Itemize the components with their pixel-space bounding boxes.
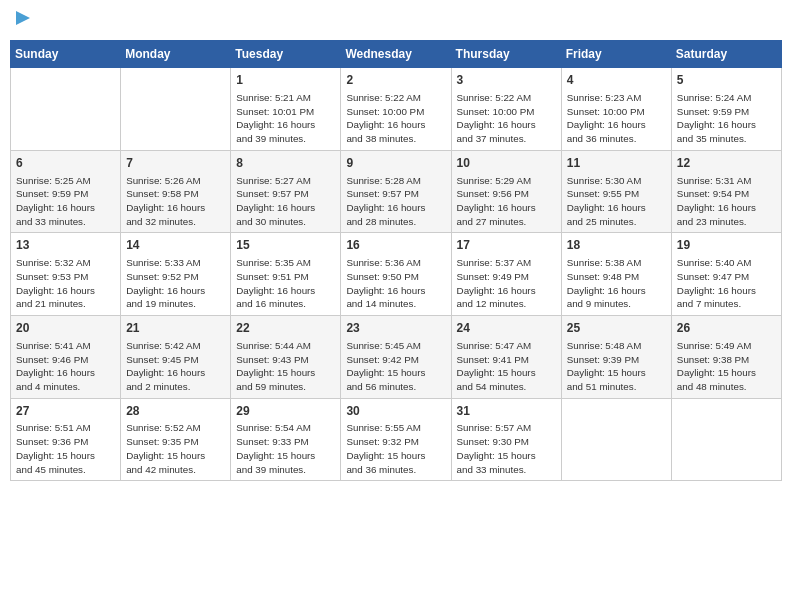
calendar-cell: 17Sunrise: 5:37 AM Sunset: 9:49 PM Dayli… (451, 233, 561, 316)
calendar-cell: 9Sunrise: 5:28 AM Sunset: 9:57 PM Daylig… (341, 150, 451, 233)
day-number: 22 (236, 320, 335, 337)
day-number: 6 (16, 155, 115, 172)
calendar-header-row: SundayMondayTuesdayWednesdayThursdayFrid… (11, 41, 782, 68)
day-number: 23 (346, 320, 445, 337)
calendar-cell: 15Sunrise: 5:35 AM Sunset: 9:51 PM Dayli… (231, 233, 341, 316)
day-info: Sunrise: 5:32 AM Sunset: 9:53 PM Dayligh… (16, 256, 115, 311)
calendar-cell: 2Sunrise: 5:22 AM Sunset: 10:00 PM Dayli… (341, 68, 451, 151)
calendar-cell (11, 68, 121, 151)
calendar-cell: 12Sunrise: 5:31 AM Sunset: 9:54 PM Dayli… (671, 150, 781, 233)
day-info: Sunrise: 5:24 AM Sunset: 9:59 PM Dayligh… (677, 91, 776, 146)
calendar-cell: 14Sunrise: 5:33 AM Sunset: 9:52 PM Dayli… (121, 233, 231, 316)
calendar-cell: 13Sunrise: 5:32 AM Sunset: 9:53 PM Dayli… (11, 233, 121, 316)
day-info: Sunrise: 5:22 AM Sunset: 10:00 PM Daylig… (457, 91, 556, 146)
day-info: Sunrise: 5:47 AM Sunset: 9:41 PM Dayligh… (457, 339, 556, 394)
calendar-cell: 19Sunrise: 5:40 AM Sunset: 9:47 PM Dayli… (671, 233, 781, 316)
day-info: Sunrise: 5:37 AM Sunset: 9:49 PM Dayligh… (457, 256, 556, 311)
day-info: Sunrise: 5:44 AM Sunset: 9:43 PM Dayligh… (236, 339, 335, 394)
day-info: Sunrise: 5:35 AM Sunset: 9:51 PM Dayligh… (236, 256, 335, 311)
day-number: 21 (126, 320, 225, 337)
calendar-cell: 8Sunrise: 5:27 AM Sunset: 9:57 PM Daylig… (231, 150, 341, 233)
calendar-cell: 22Sunrise: 5:44 AM Sunset: 9:43 PM Dayli… (231, 316, 341, 399)
day-header-monday: Monday (121, 41, 231, 68)
day-info: Sunrise: 5:40 AM Sunset: 9:47 PM Dayligh… (677, 256, 776, 311)
calendar-cell: 18Sunrise: 5:38 AM Sunset: 9:48 PM Dayli… (561, 233, 671, 316)
day-header-friday: Friday (561, 41, 671, 68)
logo (10, 10, 34, 34)
day-number: 28 (126, 403, 225, 420)
day-info: Sunrise: 5:31 AM Sunset: 9:54 PM Dayligh… (677, 174, 776, 229)
day-info: Sunrise: 5:29 AM Sunset: 9:56 PM Dayligh… (457, 174, 556, 229)
calendar-cell: 6Sunrise: 5:25 AM Sunset: 9:59 PM Daylig… (11, 150, 121, 233)
day-header-saturday: Saturday (671, 41, 781, 68)
day-number: 20 (16, 320, 115, 337)
calendar-cell: 26Sunrise: 5:49 AM Sunset: 9:38 PM Dayli… (671, 316, 781, 399)
week-row-4: 20Sunrise: 5:41 AM Sunset: 9:46 PM Dayli… (11, 316, 782, 399)
calendar-cell: 27Sunrise: 5:51 AM Sunset: 9:36 PM Dayli… (11, 398, 121, 481)
day-number: 15 (236, 237, 335, 254)
day-info: Sunrise: 5:42 AM Sunset: 9:45 PM Dayligh… (126, 339, 225, 394)
day-number: 11 (567, 155, 666, 172)
day-number: 29 (236, 403, 335, 420)
day-info: Sunrise: 5:45 AM Sunset: 9:42 PM Dayligh… (346, 339, 445, 394)
day-info: Sunrise: 5:55 AM Sunset: 9:32 PM Dayligh… (346, 421, 445, 476)
day-number: 13 (16, 237, 115, 254)
calendar-cell: 4Sunrise: 5:23 AM Sunset: 10:00 PM Dayli… (561, 68, 671, 151)
day-header-tuesday: Tuesday (231, 41, 341, 68)
day-number: 1 (236, 72, 335, 89)
day-info: Sunrise: 5:48 AM Sunset: 9:39 PM Dayligh… (567, 339, 666, 394)
day-header-thursday: Thursday (451, 41, 561, 68)
calendar-cell: 31Sunrise: 5:57 AM Sunset: 9:30 PM Dayli… (451, 398, 561, 481)
day-info: Sunrise: 5:22 AM Sunset: 10:00 PM Daylig… (346, 91, 445, 146)
day-info: Sunrise: 5:23 AM Sunset: 10:00 PM Daylig… (567, 91, 666, 146)
calendar-cell: 3Sunrise: 5:22 AM Sunset: 10:00 PM Dayli… (451, 68, 561, 151)
calendar-cell: 21Sunrise: 5:42 AM Sunset: 9:45 PM Dayli… (121, 316, 231, 399)
day-info: Sunrise: 5:57 AM Sunset: 9:30 PM Dayligh… (457, 421, 556, 476)
calendar-cell: 1Sunrise: 5:21 AM Sunset: 10:01 PM Dayli… (231, 68, 341, 151)
day-info: Sunrise: 5:51 AM Sunset: 9:36 PM Dayligh… (16, 421, 115, 476)
calendar-cell: 24Sunrise: 5:47 AM Sunset: 9:41 PM Dayli… (451, 316, 561, 399)
calendar-cell: 11Sunrise: 5:30 AM Sunset: 9:55 PM Dayli… (561, 150, 671, 233)
week-row-5: 27Sunrise: 5:51 AM Sunset: 9:36 PM Dayli… (11, 398, 782, 481)
day-header-wednesday: Wednesday (341, 41, 451, 68)
day-info: Sunrise: 5:38 AM Sunset: 9:48 PM Dayligh… (567, 256, 666, 311)
day-info: Sunrise: 5:28 AM Sunset: 9:57 PM Dayligh… (346, 174, 445, 229)
day-number: 8 (236, 155, 335, 172)
calendar-cell: 28Sunrise: 5:52 AM Sunset: 9:35 PM Dayli… (121, 398, 231, 481)
day-info: Sunrise: 5:30 AM Sunset: 9:55 PM Dayligh… (567, 174, 666, 229)
day-number: 9 (346, 155, 445, 172)
day-number: 5 (677, 72, 776, 89)
day-number: 4 (567, 72, 666, 89)
day-number: 12 (677, 155, 776, 172)
calendar-cell: 20Sunrise: 5:41 AM Sunset: 9:46 PM Dayli… (11, 316, 121, 399)
day-number: 27 (16, 403, 115, 420)
day-info: Sunrise: 5:49 AM Sunset: 9:38 PM Dayligh… (677, 339, 776, 394)
day-number: 2 (346, 72, 445, 89)
week-row-1: 1Sunrise: 5:21 AM Sunset: 10:01 PM Dayli… (11, 68, 782, 151)
day-number: 10 (457, 155, 556, 172)
page-header (10, 10, 782, 34)
day-info: Sunrise: 5:54 AM Sunset: 9:33 PM Dayligh… (236, 421, 335, 476)
calendar-cell: 16Sunrise: 5:36 AM Sunset: 9:50 PM Dayli… (341, 233, 451, 316)
calendar-cell (671, 398, 781, 481)
day-number: 3 (457, 72, 556, 89)
calendar-cell (561, 398, 671, 481)
calendar-cell: 10Sunrise: 5:29 AM Sunset: 9:56 PM Dayli… (451, 150, 561, 233)
calendar-cell: 29Sunrise: 5:54 AM Sunset: 9:33 PM Dayli… (231, 398, 341, 481)
day-number: 16 (346, 237, 445, 254)
day-number: 30 (346, 403, 445, 420)
calendar-cell: 25Sunrise: 5:48 AM Sunset: 9:39 PM Dayli… (561, 316, 671, 399)
calendar-cell: 7Sunrise: 5:26 AM Sunset: 9:58 PM Daylig… (121, 150, 231, 233)
day-info: Sunrise: 5:26 AM Sunset: 9:58 PM Dayligh… (126, 174, 225, 229)
calendar-cell (121, 68, 231, 151)
calendar-cell: 5Sunrise: 5:24 AM Sunset: 9:59 PM Daylig… (671, 68, 781, 151)
day-info: Sunrise: 5:41 AM Sunset: 9:46 PM Dayligh… (16, 339, 115, 394)
day-info: Sunrise: 5:25 AM Sunset: 9:59 PM Dayligh… (16, 174, 115, 229)
logo-arrow-icon (12, 7, 34, 29)
day-header-sunday: Sunday (11, 41, 121, 68)
week-row-3: 13Sunrise: 5:32 AM Sunset: 9:53 PM Dayli… (11, 233, 782, 316)
svg-marker-0 (16, 11, 30, 25)
week-row-2: 6Sunrise: 5:25 AM Sunset: 9:59 PM Daylig… (11, 150, 782, 233)
day-number: 14 (126, 237, 225, 254)
day-number: 26 (677, 320, 776, 337)
